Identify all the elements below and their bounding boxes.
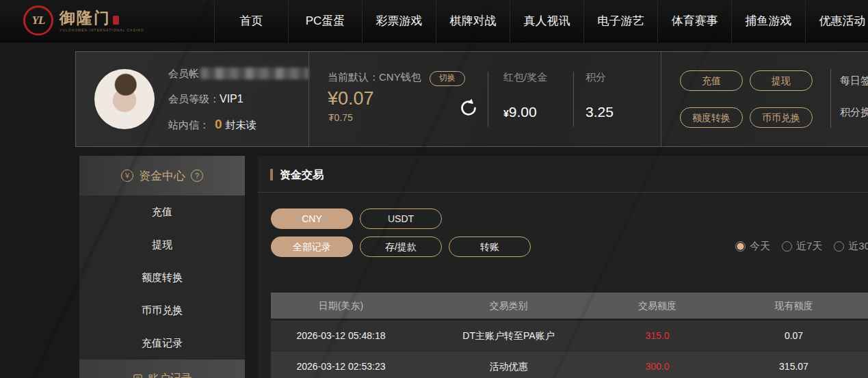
- page-title: 资金交易: [280, 168, 324, 183]
- cell-type: 活动优惠: [411, 351, 606, 378]
- nav-item-sports[interactable]: 体育赛事: [657, 0, 731, 42]
- account-records-label: 账户记录: [148, 372, 192, 378]
- member-level-row: 会员等级：VIP1: [168, 93, 244, 106]
- radio-today[interactable]: 今天: [735, 240, 770, 253]
- nav-menu: 首页 PC蛋蛋 彩票游戏 棋牌对战 真人视讯 电子游艺 体育赛事 捕鱼游戏 优惠…: [214, 0, 868, 42]
- panel-title-row: 资金交易: [258, 156, 868, 193]
- quick-link-points-exchange[interactable]: 积分换钱: [840, 106, 868, 119]
- table-row: 2026-03-12 02:53:23 活动优惠 300.0 315.07: [271, 351, 868, 378]
- inbox-unread-count: 0: [215, 117, 222, 131]
- refresh-icon[interactable]: [458, 97, 479, 119]
- brand-monogram: YL: [32, 14, 45, 27]
- title-accent-bar: [270, 169, 273, 180]
- sidebar-item-quota-transfer[interactable]: 额度转换: [79, 261, 245, 294]
- member-level-value: VIP1: [220, 93, 244, 105]
- sidebar-item-coin-exchange[interactable]: 币币兑换: [79, 294, 245, 327]
- nav-item-home[interactable]: 首页: [214, 0, 288, 42]
- bonus-value: ¥9.00: [503, 104, 537, 120]
- currency-tab-cny[interactable]: CNY: [271, 208, 353, 229]
- radio-icon: [834, 241, 844, 252]
- sidebar: ¥ 资金中心 ? 充值 提现 额度转换 币币兑换 充值记录 账户记录: [79, 156, 245, 378]
- funds-center-label: 资金中心: [139, 168, 185, 184]
- deposit-button[interactable]: 充值: [680, 70, 743, 91]
- bonus-amount: 9.00: [509, 104, 537, 120]
- coin-icon: ¥: [121, 170, 133, 182]
- nav-item-live-casino[interactable]: 真人视讯: [510, 0, 583, 42]
- bonus-currency: ¥: [503, 108, 509, 119]
- sidebar-item-deposit[interactable]: 充值: [79, 195, 245, 228]
- ledger-icon: [133, 374, 143, 378]
- points-value: 3.25: [586, 104, 614, 120]
- member-inbox-row[interactable]: 站内信：0封未读: [168, 117, 257, 132]
- avatar: [94, 69, 155, 129]
- type-tab-all-records[interactable]: 全部记录: [271, 237, 353, 257]
- inbox-suffix: 封未读: [226, 119, 257, 131]
- type-tab-transfer[interactable]: 转账: [449, 237, 531, 257]
- sidebar-item-deposit-records[interactable]: 充值记录: [79, 327, 245, 360]
- divider: [308, 52, 309, 146]
- wallet-default-label: 当前默认：CNY钱包: [328, 71, 421, 83]
- radio-last-30-days[interactable]: 近30天: [834, 240, 868, 253]
- wallet-switch-button[interactable]: 切换: [430, 71, 465, 86]
- nav-item-fishing[interactable]: 捕鱼游戏: [731, 0, 805, 42]
- quick-link-daily-checkin[interactable]: 每日签到: [840, 75, 868, 87]
- brand-text: 御隆门 YULONGMEN INTERNATIONAL CASINO: [60, 9, 144, 32]
- radio-7days-label: 近7天: [796, 240, 822, 253]
- cell-balance: 0.07: [709, 321, 868, 351]
- column-header-amount: 交易额度: [606, 293, 709, 319]
- table-row: 2026-03-12 05:48:18 DT主账户转至PA账户 315.0 0.…: [271, 321, 868, 351]
- sidebar-section-funds-center[interactable]: ¥ 资金中心 ?: [79, 156, 245, 195]
- quota-transfer-button[interactable]: 额度转换: [680, 107, 743, 128]
- cell-amount: 300.0: [606, 351, 709, 378]
- points-amount: 3.25: [586, 104, 614, 120]
- sidebar-menu: 充值 提现 额度转换 币币兑换 充值记录: [79, 195, 245, 360]
- table-header-row: 日期(美东) 交易类别 交易额度 现有额度: [271, 293, 868, 319]
- inbox-label: 站内信：: [168, 119, 209, 131]
- divider: [830, 69, 831, 128]
- type-tab-deposit-withdraw[interactable]: 存/提款: [360, 237, 442, 257]
- nav-item-slots[interactable]: 电子游艺: [583, 0, 657, 42]
- currency-tab-usdt[interactable]: USDT: [360, 208, 442, 229]
- wallet-default-row: 当前默认：CNY钱包切换: [328, 71, 465, 86]
- divider: [661, 52, 661, 146]
- radio-today-label: 今天: [750, 240, 770, 253]
- brand-tagline: YULONGMEN INTERNATIONAL CASINO: [60, 28, 144, 32]
- funds-transaction-panel: 资金交易 CNY USDT 全部记录 存/提款 转账 今天 近7天 近30天 日…: [258, 156, 868, 378]
- column-header-type: 交易类别: [411, 293, 606, 319]
- divider: [573, 72, 574, 126]
- radio-30days-label: 近30天: [848, 240, 868, 253]
- brand-seal-icon: [113, 16, 119, 25]
- nav-item-pcdd[interactable]: PC蛋蛋: [288, 0, 362, 42]
- transactions-table: 日期(美东) 交易类别 交易额度 现有额度 2026-03-12 05:48:1…: [271, 293, 868, 378]
- cell-balance: 315.07: [709, 351, 868, 378]
- cell-type: DT主账户转至PA账户: [411, 321, 606, 351]
- sidebar-item-withdraw[interactable]: 提现: [79, 228, 245, 261]
- wallet-balance-cny: ¥0.07: [328, 88, 374, 109]
- cell-amount: 315.0: [606, 321, 709, 351]
- withdraw-button[interactable]: 提现: [750, 70, 813, 91]
- radio-last-7-days[interactable]: 近7天: [782, 240, 822, 253]
- cell-date: 2026-03-12 02:53:23: [271, 351, 411, 378]
- member-account-label: 会员帐: [168, 68, 199, 79]
- divider: [488, 72, 488, 126]
- wallet-balance-usdt: ₮0.75: [328, 112, 353, 123]
- member-account-blurred: [200, 68, 308, 79]
- cell-date: 2026-03-12 05:48:18: [271, 321, 411, 351]
- member-account-row: 会员帐: [168, 68, 308, 81]
- radio-icon: [782, 241, 792, 252]
- radio-selected-icon: [735, 241, 746, 252]
- nav-item-lottery[interactable]: 彩票游戏: [362, 0, 436, 42]
- bonus-label: 红包/奖金: [503, 71, 547, 84]
- nav-item-board-games[interactable]: 棋牌对战: [436, 0, 510, 42]
- brand-logo[interactable]: YL 御隆门 YULONGMEN INTERNATIONAL CASINO: [23, 5, 144, 36]
- sidebar-section-account-records[interactable]: 账户记录: [79, 360, 245, 378]
- column-header-balance: 现有额度: [709, 293, 868, 319]
- help-icon[interactable]: ?: [191, 170, 203, 182]
- brand-name: 御隆门: [60, 10, 111, 27]
- dragon-emblem-icon: YL: [23, 5, 53, 36]
- coin-exchange-button[interactable]: 币币兑换: [750, 107, 813, 128]
- member-level-label: 会员等级：: [168, 93, 220, 105]
- nav-item-promotions[interactable]: 优惠活动: [805, 0, 868, 42]
- points-label: 积分: [586, 71, 606, 84]
- top-nav-bar: YL 御隆门 YULONGMEN INTERNATIONAL CASINO 首页…: [0, 0, 868, 42]
